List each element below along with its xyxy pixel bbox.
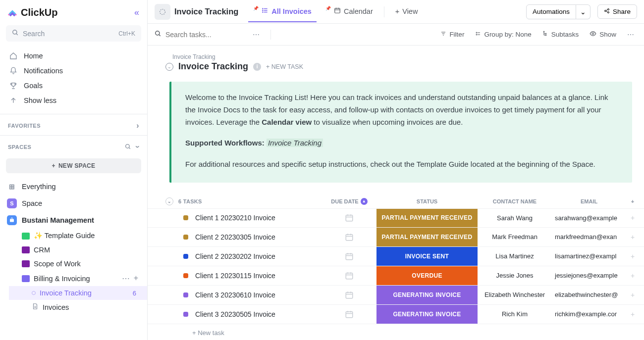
table-row[interactable]: Client 2 20230305 InvoicePARTIAL PAYMENT… (148, 228, 644, 247)
col-status[interactable]: STATUS (376, 198, 478, 204)
groupby-button[interactable]: Group by: None (472, 29, 534, 40)
task-name[interactable]: Client 1 20230115 Invoice (195, 272, 322, 280)
page-icon[interactable] (155, 4, 170, 20)
row-add-icon[interactable]: + (626, 214, 639, 222)
due-date-cell[interactable] (322, 252, 376, 261)
search-more-icon[interactable]: ⋯ (250, 30, 263, 40)
tree-billing[interactable]: Billing & Invoicing ⋯ + (9, 271, 147, 286)
collapse-group-icon[interactable]: ⌄ (165, 197, 173, 205)
spaces-search-icon[interactable] (125, 144, 131, 151)
nav-notifications[interactable]: Notifications (4, 63, 143, 78)
more-icon[interactable]: ⋯ (122, 274, 130, 283)
svg-rect-42 (346, 254, 353, 260)
tree-invoices[interactable]: Invoices (9, 300, 147, 314)
list-icon (32, 291, 36, 295)
email-cell[interactable]: sarahwang@example (552, 214, 626, 222)
status-badge[interactable]: PARTIAL PAYMENT RECEIVED (376, 209, 478, 227)
tree-invoice-tracking[interactable]: Invoice Tracking 6 (9, 286, 147, 300)
tree-crm[interactable]: CRM (9, 243, 147, 257)
svg-point-26 (476, 32, 477, 33)
automations-dropdown[interactable]: ⌄ (576, 4, 590, 19)
table-row[interactable]: Client 1 20230210 InvoicePARTIAL PAYMENT… (148, 208, 644, 228)
tab-calendar[interactable]: 📌 Calendar (321, 1, 378, 22)
toolbar-more-icon[interactable]: ⋯ (624, 30, 637, 40)
automations-button[interactable]: Automations (526, 4, 576, 19)
app-logo[interactable]: ClickUp (7, 7, 57, 18)
row-add-icon[interactable]: + (626, 310, 639, 318)
favorites-header[interactable]: FAVORITES › (0, 114, 147, 135)
email-cell[interactable]: jessiejones@example (552, 272, 626, 279)
contact-cell[interactable]: Elizabeth Winchester (478, 291, 552, 298)
contact-cell[interactable]: Mark Freedman (478, 233, 552, 241)
table-row[interactable]: Client 2 20230202 InvoiceINVOICE SENTLis… (148, 247, 644, 266)
nav-home[interactable]: Home (4, 49, 143, 63)
new-task-link[interactable]: + NEW TASK (266, 63, 303, 70)
task-name[interactable]: Client 2 20230202 Invoice (195, 252, 322, 260)
tab-all-invoices[interactable]: 📌 All Invoices (248, 1, 317, 22)
nav-goals[interactable]: Goals (4, 78, 143, 93)
status-badge[interactable]: OVERDUE (376, 266, 478, 285)
due-date-cell[interactable] (322, 310, 376, 319)
email-cell[interactable]: richkim@example.cor (552, 310, 626, 318)
new-space-button[interactable]: +NEW SPACE (6, 158, 141, 173)
due-date-cell[interactable] (322, 291, 376, 299)
due-date-cell[interactable] (322, 213, 376, 222)
filter-button[interactable]: Filter (437, 29, 467, 40)
sidebar-search[interactable]: Ctrl+K (6, 25, 141, 42)
space-bustani[interactable]: Bustani Management (0, 212, 147, 229)
add-icon[interactable]: + (134, 274, 138, 283)
contact-cell[interactable]: Lisa Martinez (478, 252, 552, 260)
subtasks-button[interactable]: Subtasks (539, 29, 582, 40)
tree-scope[interactable]: Scope of Work (9, 257, 147, 271)
table-row[interactable]: Client 3 20230610 InvoiceGENERATING INVO… (148, 286, 644, 305)
search-tasks-input[interactable] (165, 31, 245, 39)
add-column-icon[interactable]: + (626, 198, 639, 204)
space-badge: S (7, 198, 17, 208)
task-name[interactable]: Client 1 20230210 Invoice (195, 214, 322, 222)
svg-rect-50 (346, 292, 353, 298)
contact-cell[interactable]: Jessie Jones (478, 272, 552, 279)
share-button[interactable]: Share (597, 4, 637, 19)
nav-show-less[interactable]: Show less (4, 93, 143, 108)
chevron-right-icon[interactable]: › (136, 121, 139, 130)
sidebar-search-input[interactable] (23, 30, 114, 38)
contact-cell[interactable]: Rich Kim (478, 310, 552, 318)
status-badge[interactable]: GENERATING INVOICE (376, 286, 478, 304)
task-name[interactable]: Client 3 20230505 Invoice (195, 310, 322, 318)
contact-cell[interactable]: Sarah Wang (478, 214, 552, 222)
info-icon[interactable]: i (253, 63, 261, 71)
status-badge[interactable]: GENERATING INVOICE (376, 305, 478, 324)
svg-line-1 (16, 34, 18, 35)
task-name[interactable]: Client 2 20230305 Invoice (195, 233, 322, 241)
row-add-icon[interactable]: + (626, 252, 639, 260)
search-tasks[interactable] (155, 30, 245, 39)
status-badge[interactable]: PARTIAL PAYMENT RECEIVED (376, 228, 478, 246)
tab-add-view[interactable]: + View (390, 1, 423, 22)
row-add-icon[interactable]: + (626, 233, 639, 241)
svg-rect-46 (346, 273, 353, 279)
new-task-row[interactable]: + New task (148, 324, 644, 340)
col-due-date[interactable]: DUE DATE ▲ (322, 198, 376, 205)
task-name[interactable]: Client 3 20230610 Invoice (195, 291, 322, 299)
email-cell[interactable]: markfreedman@exan (552, 233, 626, 241)
table-row[interactable]: Client 3 20230505 InvoiceGENERATING INVO… (148, 305, 644, 324)
chevron-down-icon[interactable]: › (133, 146, 142, 148)
space-space[interactable]: S Space (0, 195, 147, 212)
chevron-down-icon: ⌄ (580, 8, 586, 16)
due-date-cell[interactable] (322, 233, 376, 242)
due-date-cell[interactable] (322, 271, 376, 280)
row-add-icon[interactable]: + (626, 291, 639, 299)
email-cell[interactable]: lisamartinez@exampl (552, 252, 626, 260)
col-email[interactable]: EMAIL (552, 198, 626, 204)
sidebar-collapse-icon[interactable]: « (134, 7, 139, 18)
col-contact[interactable]: CONTACT NAME (478, 198, 552, 204)
show-button[interactable]: Show (587, 28, 619, 41)
row-add-icon[interactable]: + (626, 272, 639, 280)
status-badge[interactable]: INVOICE SENT (376, 247, 478, 266)
tree-template-guide[interactable]: ✨ Template Guide (9, 229, 147, 243)
email-cell[interactable]: elizabethwinchester@ (552, 291, 626, 298)
table-row[interactable]: Client 1 20230115 InvoiceOVERDUEJessie J… (148, 266, 644, 286)
collapse-list-icon[interactable]: ⌄ (165, 63, 173, 71)
sort-asc-icon[interactable]: ▲ (361, 198, 368, 205)
space-everything[interactable]: ⊞ Everything (0, 178, 147, 195)
